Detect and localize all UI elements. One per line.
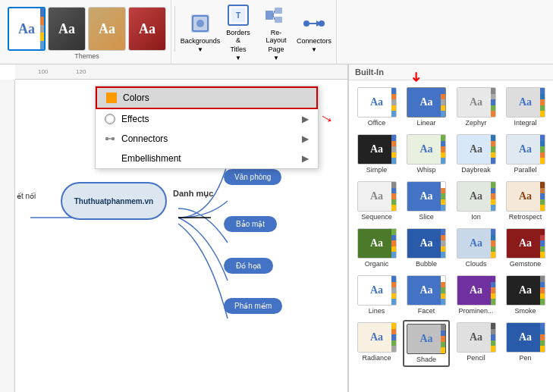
theme-linear[interactable]: Aa Linear ➜ (403, 85, 450, 129)
theme-clouds[interactable]: Aa Clouds (453, 226, 499, 270)
theme-integral[interactable]: Aa Integral (502, 85, 548, 129)
theme-pen[interactable]: Aa Pen (502, 320, 548, 367)
theme-bubble-thumb: Aa (407, 228, 446, 259)
theme-shade-label: Shade (416, 356, 436, 363)
menu-item-connectors[interactable]: Connectors ▶ (96, 129, 318, 149)
theme-parallel-label: Parallel (514, 166, 536, 174)
backgrounds-icon (188, 11, 212, 36)
node-do-hoa[interactable]: Đồ họa (224, 258, 273, 274)
theme-btn-2[interactable]: Aa (48, 7, 86, 51)
theme-lines[interactable]: Aa Lines (353, 273, 400, 317)
theme-prominent[interactable]: Aa Prominen... (453, 273, 499, 317)
theme-integral-label: Integral (514, 119, 536, 127)
node-do-hoa-text: Đồ họa (236, 262, 261, 270)
theme-sequence-thumb: Aa (357, 181, 397, 212)
node-bao-mat[interactable]: Bảo mật (224, 216, 277, 232)
menu-item-embellishment[interactable]: Embellishment ▶ (96, 149, 318, 168)
theme-linear-thumb: Aa (407, 87, 446, 118)
theme-radiance[interactable]: Aa Radiance (353, 320, 400, 367)
themes-grid: Aa Office Aa (349, 80, 553, 372)
theme-zephyr-thumb: Aa (457, 87, 496, 118)
theme-clouds-label: Clouds (465, 260, 486, 268)
theme-simple-label: Simple (366, 166, 388, 174)
theme-simple[interactable]: Aa Simple (353, 132, 400, 176)
ruler-horizontal: 100 120 (15, 64, 347, 80)
theme-organic-thumb: Aa (357, 228, 397, 259)
theme-parallel-thumb: Aa (506, 134, 545, 165)
theme-btn-1[interactable]: Aa (8, 7, 46, 51)
connectors-arrow: ▼ (311, 46, 317, 53)
relayout-label: Re-Layout (261, 29, 291, 44)
themes-panel: Built-In Aa Office (348, 64, 553, 392)
theme-daybreak-thumb: Aa (457, 134, 496, 165)
theme-lines-label: Lines (369, 307, 385, 315)
relayout-icon (264, 3, 288, 27)
theme-facet[interactable]: Aa Facet (403, 273, 450, 317)
theme-pencil[interactable]: Aa Pencil (453, 320, 499, 367)
theme-zephyr-label: Zephyr (465, 119, 486, 127)
theme-retrospect-label: Retrospect (509, 213, 542, 221)
theme-whisp[interactable]: Aa Whisp (403, 132, 450, 176)
danh-muc-label: Danh mục (173, 189, 213, 199)
theme-smoke[interactable]: Aa Smoke (502, 273, 548, 317)
red-arrow-indicator: ➜ (408, 71, 425, 83)
theme-btn-3[interactable]: Aa (88, 7, 126, 51)
node-van-phong[interactable]: Văn phòng (224, 169, 281, 185)
borders-titles-label2: Titles (230, 45, 246, 53)
theme-shade[interactable]: Aa Shade (403, 320, 450, 367)
theme-bubble[interactable]: Aa Bubble (403, 226, 450, 270)
theme-gemstone[interactable]: Aa Gemstone (502, 226, 548, 270)
ribbon-toolbar: Aa Aa Aa (0, 0, 553, 64)
theme-retrospect-thumb: Aa (506, 181, 545, 212)
theme-btn-4[interactable]: Aa (128, 7, 166, 51)
relayout-button[interactable]: Re-Layout Page ▼ (259, 5, 294, 58)
theme-sequence[interactable]: Aa Sequence (353, 179, 400, 223)
theme-retrospect[interactable]: Aa Retrospect (502, 179, 548, 223)
theme-radiance-label: Radiance (362, 354, 391, 362)
theme-daybreak[interactable]: Aa Daybreak (453, 132, 499, 176)
node-van-phong-text: Văn phòng (234, 173, 271, 181)
main-node-text: Thuthuatphanmem.vn (74, 197, 153, 205)
colors-icon (106, 93, 117, 103)
theme-whisp-label: Whisp (416, 166, 435, 174)
content-area: 100 120 ết nối Thuthua (0, 64, 553, 392)
theme-slice[interactable]: Aa Slice (403, 179, 450, 223)
main-node[interactable]: Thuthuatphanmem.vn (61, 182, 167, 220)
effects-label: Effects (121, 114, 149, 124)
backgrounds-button[interactable]: Backgrounds ▼ (183, 5, 218, 58)
dropdown-menu: Colors Effects ▶ (95, 86, 319, 169)
theme-radiance-thumb: Aa (357, 322, 397, 353)
theme-prominent-label: Prominen... (458, 307, 493, 315)
theme-simple-thumb: Aa (357, 134, 397, 165)
theme-whisp-thumb: Aa (407, 134, 446, 165)
connectors-menu-arrow: ▶ (302, 133, 309, 144)
menu-item-colors[interactable]: Colors (96, 86, 318, 109)
borders-arrow: ▼ (235, 55, 241, 61)
theme-office[interactable]: Aa Office (353, 85, 400, 129)
theme-zephyr[interactable]: Aa Zephyr (453, 85, 499, 129)
effects-arrow: ▶ (302, 114, 309, 124)
embellishment-label: Embellishment (121, 153, 181, 164)
borders-icon: T (226, 3, 250, 27)
theme-linear-label: Linear (416, 119, 435, 127)
menu-item-effects[interactable]: Effects ▶ (96, 109, 318, 129)
theme-parallel[interactable]: Aa Parallel (502, 132, 548, 176)
connectors-label: Connectors (297, 37, 331, 45)
app-container: Aa Aa Aa (0, 0, 553, 392)
ruler-vertical (0, 80, 15, 392)
theme-gemstone-thumb: Aa (506, 228, 545, 259)
colors-label: Colors (123, 93, 149, 103)
node-phan-mem-text: Phần mềm (234, 302, 272, 310)
svg-line-9 (273, 11, 275, 15)
theme-smoke-label: Smoke (514, 307, 536, 315)
theme-gemstone-label: Gemstone (510, 260, 542, 268)
theme-smoke-thumb: Aa (506, 275, 545, 306)
connectors-button[interactable]: Connectors ▼ (297, 5, 331, 58)
theme-organic[interactable]: Aa Organic (353, 226, 400, 270)
theme-ion[interactable]: Aa Ion (453, 179, 499, 223)
theme-daybreak-label: Daybreak (461, 166, 491, 174)
borders-titles-label: Borders & (223, 29, 253, 44)
node-phan-mem[interactable]: Phần mềm (224, 298, 282, 314)
embellishment-arrow: ▶ (302, 153, 309, 164)
borders-titles-button[interactable]: T Borders & Titles ▼ (221, 5, 256, 58)
